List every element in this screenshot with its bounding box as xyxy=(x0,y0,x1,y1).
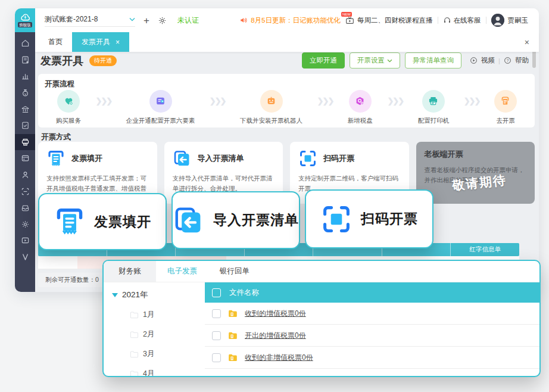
file-row[interactable]: 收到的非增值税票0份 xyxy=(205,347,539,369)
tree-item-apr[interactable]: 4月 xyxy=(130,369,205,377)
tree-root-2021[interactable]: 2021年 xyxy=(112,290,205,300)
person-icon xyxy=(21,170,30,179)
file-link[interactable]: 收到的非增值税票0份 xyxy=(245,353,313,363)
process-steps: 购买服务 ❯❯❯ 企业开通配置开票六要素 ❯❯❯ 下载并安装开票机器人 ❯❯❯ xyxy=(56,89,517,125)
video-icon xyxy=(21,236,30,245)
divider: | xyxy=(498,57,500,64)
scrollbar-thumb[interactable] xyxy=(532,50,536,68)
open-now-button[interactable]: 立即开通 xyxy=(302,52,345,69)
tree-item-feb[interactable]: 2月 xyxy=(130,329,205,340)
tree-item-label: 2月 xyxy=(143,329,154,340)
account-settings-button[interactable] xyxy=(158,16,167,25)
row-checkbox[interactable] xyxy=(212,331,221,340)
callout-invoice-fill[interactable]: 发票填开 xyxy=(38,193,167,250)
user-name: 贾嗣玉 xyxy=(508,16,529,25)
sidebar-item-reports[interactable] xyxy=(15,117,35,134)
tree-item-mar[interactable]: 3月 xyxy=(130,349,205,359)
new-badge: NEW xyxy=(341,12,352,17)
sidebar-item-settings[interactable] xyxy=(15,216,35,233)
step-go-invoice[interactable]: 去开票 xyxy=(494,90,517,125)
video-link[interactable]: 视频 xyxy=(481,56,495,65)
screen: 旗舰版 测试账套-2021-8 + 未认证 xyxy=(0,0,549,392)
home-icon xyxy=(21,39,30,48)
sidebar-item-voucher[interactable] xyxy=(15,52,35,69)
triangle-down-icon xyxy=(112,293,118,297)
live-course-link[interactable]: NEW 每周二、四财税课程直播 xyxy=(345,16,433,25)
card-title: 老板端开票 xyxy=(425,149,463,160)
step-label: 企业开通配置开票六要素 xyxy=(126,117,195,125)
folder-tree: 2021年 1月 2月 3月 4月 xyxy=(104,282,205,376)
tab-bank-receipt[interactable]: 银行回单 xyxy=(208,261,261,282)
close-all-tabs-button[interactable]: × xyxy=(515,32,539,52)
add-account-button[interactable]: + xyxy=(144,15,149,26)
svg-text:?: ? xyxy=(507,58,509,63)
folder-outline-icon xyxy=(130,310,139,319)
divider xyxy=(486,17,486,24)
page-header: 发票开具 待开通 立即开通 开票设置 异常清单查询 视频 | ? 帮助 xyxy=(40,52,529,69)
invoice-icon xyxy=(494,90,517,113)
tab-invoice-active[interactable]: 发票开具 × xyxy=(72,32,129,52)
sidebar-item-scan[interactable] xyxy=(15,183,35,200)
step-install-robot[interactable]: 下载并安装开票机器人 xyxy=(240,90,302,125)
tree-item-label: 3月 xyxy=(143,349,154,359)
sidebar-item-assets[interactable] xyxy=(15,101,35,117)
report-icon xyxy=(21,121,30,130)
sidebar-item-salary[interactable] xyxy=(15,150,35,167)
video-help-links: 视频 | ? 帮助 xyxy=(470,56,529,65)
help-link[interactable]: 帮助 xyxy=(515,56,529,65)
account-selector[interactable]: 测试账套-2021-8 xyxy=(45,14,135,27)
row-checkbox[interactable] xyxy=(212,353,221,362)
tab-close-icon[interactable]: × xyxy=(116,38,120,46)
page-tab-bar: 首页 发票开具 × × xyxy=(35,32,539,52)
online-support-text: 在线客服 xyxy=(454,16,481,25)
sidebar-item-version[interactable] xyxy=(15,249,35,266)
announcement-link[interactable]: 8月5日更新：日记账功能优化 xyxy=(239,16,341,25)
sidebar-item-video[interactable] xyxy=(15,232,35,249)
callout-import-list[interactable]: 导入开票清单 xyxy=(171,191,300,249)
live-course-text: 每周二、四财税课程直播 xyxy=(357,16,433,25)
tree-item-jan[interactable]: 1月 xyxy=(130,310,205,320)
file-link[interactable]: 收到的增值税票0份 xyxy=(245,309,306,319)
tax-disk-icon xyxy=(349,90,372,113)
step-configure-elements[interactable]: 企业开通配置开票六要素 xyxy=(126,90,195,125)
top-bar-right: 8月5日更新：日记账功能优化 NEW 每周二、四财税课程直播 xyxy=(239,14,539,27)
tab-home[interactable]: 首页 xyxy=(39,32,72,52)
row-checkbox[interactable] xyxy=(212,309,221,318)
step-add-tax-disk[interactable]: 新增税盘 xyxy=(348,90,373,125)
tab-e-invoice-active[interactable]: 电子发票 xyxy=(156,261,208,282)
sidebar-item-tax[interactable] xyxy=(15,167,35,183)
folder-outline-icon xyxy=(130,369,139,377)
sidebar-item-home[interactable] xyxy=(15,35,35,52)
abnormal-list-button[interactable]: 异常清单查询 xyxy=(405,52,461,69)
folder-icon xyxy=(228,309,238,318)
sidebar-item-inbox[interactable] xyxy=(15,200,35,216)
user-menu[interactable]: 贾嗣玉 xyxy=(491,14,529,27)
step-buy-service[interactable]: 购买服务 xyxy=(56,90,81,125)
select-all-checkbox[interactable] xyxy=(212,288,221,297)
red-letter-tab[interactable]: 红字信息单 xyxy=(451,243,519,256)
play-circle-icon xyxy=(470,57,478,64)
scan-icon xyxy=(21,187,30,196)
sidebar-item-cashier[interactable] xyxy=(15,85,35,101)
gear-icon xyxy=(158,16,167,25)
sidebar-item-invoice-active[interactable] xyxy=(15,134,35,151)
sidebar-nav xyxy=(15,32,35,292)
step-label: 下载并安装开票机器人 xyxy=(240,117,302,125)
tab-finance-ledger[interactable]: 财务账 xyxy=(104,261,156,282)
callout-scan-qr[interactable]: 扫码开票 xyxy=(305,189,433,248)
unverified-badge[interactable]: 未认证 xyxy=(177,15,199,26)
announcement-text: 8月5日更新：日记账功能优化 xyxy=(251,16,341,25)
step-configure-printer[interactable]: 配置打印机 xyxy=(418,90,450,125)
header-actions: 立即开通 开票设置 异常清单查询 视频 | ? 帮助 xyxy=(302,52,529,69)
callout-title: 发票填开 xyxy=(94,213,151,231)
file-row[interactable]: 开出的增值税票0份 xyxy=(205,325,539,347)
file-link[interactable]: 开出的增值税票0份 xyxy=(245,331,306,341)
card-title: 导入开票清单 xyxy=(198,153,244,164)
sidebar-item-ledger[interactable] xyxy=(15,68,35,85)
online-support-link[interactable]: 在线客服 xyxy=(443,16,481,25)
invoice-settings-button[interactable]: 开票设置 xyxy=(350,52,400,69)
file-row[interactable]: 收到的增值税票0份 xyxy=(205,303,539,325)
file-table: 文件名称 收到的增值税票0份 开出的增值税票0份 收到的非增值税票0份 xyxy=(205,282,539,376)
step-label: 配置打印机 xyxy=(418,117,450,125)
app-logo[interactable]: 旗舰版 xyxy=(15,8,35,32)
